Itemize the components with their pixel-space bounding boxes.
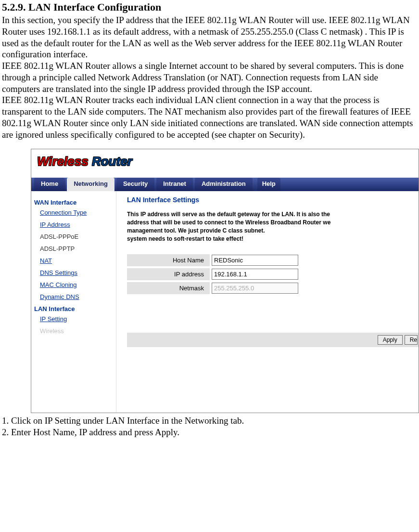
step-1: 1. Click on IP Setting under LAN Interfa… [2, 415, 417, 427]
sidebar-item-nat[interactable]: NAT [40, 257, 116, 264]
input-host-name[interactable] [212, 255, 298, 266]
apply-button[interactable]: Apply [378, 335, 403, 345]
step-2: 2. Enter Host Name, IP address and press… [2, 427, 417, 438]
sidebar-item-adsl-pptp[interactable]: ADSL-PPTP [40, 245, 116, 252]
sidebar-item-dynamic-dns[interactable]: Dynamic DNS [40, 293, 116, 300]
tab-networking[interactable]: Networking [67, 178, 114, 191]
apply-bar: Apply Re [127, 333, 419, 347]
row-ip-address: IP address [127, 268, 419, 280]
tab-help[interactable]: Help [257, 178, 280, 191]
sidebar: WAN Interface Connection Type IP Address… [31, 191, 116, 413]
router-screenshot: Wireless Router Home Networking Security… [31, 149, 419, 413]
reset-button-clipped[interactable]: Re [405, 335, 418, 345]
sidebar-item-dns-settings[interactable]: DNS Settings [40, 269, 116, 276]
panel-description: This IP address will serve as the defaul… [127, 210, 419, 243]
row-host-name: Host Name [127, 254, 419, 266]
label-ip-address: IP address [127, 268, 210, 280]
tab-home[interactable]: Home [34, 178, 65, 191]
logo-bar: Wireless Router [31, 149, 419, 178]
desc-line-1: This IP address will serve as the defaul… [127, 211, 330, 218]
sidebar-item-ip-setting[interactable]: IP Setting [40, 315, 116, 323]
desc-line-2: address that will be used to connect to … [127, 219, 330, 226]
sidebar-item-mac-cloning[interactable]: MAC Cloning [40, 281, 116, 288]
nav-bar: Home Networking Security Intranet Admini… [31, 178, 419, 191]
input-ip-address[interactable] [212, 269, 298, 280]
intro-paragraph-1: In this section, you specify the IP addr… [2, 14, 417, 60]
label-host-name: Host Name [127, 254, 210, 266]
sidebar-item-ip-address[interactable]: IP Address [40, 221, 116, 228]
sidebar-section-lan: LAN Interface [34, 305, 116, 312]
desc-line-3: management tool. We just provide C class… [127, 227, 265, 234]
label-netmask: Netmask [127, 282, 210, 294]
input-netmask [212, 283, 298, 294]
section-heading: 5.2.9. LAN Interface Configuration [2, 1, 417, 13]
sidebar-section-wan: WAN Interface [34, 199, 116, 206]
tab-security[interactable]: Security [116, 178, 154, 191]
row-netmask: Netmask [127, 282, 419, 294]
main-panel: LAN Interface Settings This IP address w… [116, 191, 419, 413]
sidebar-item-adsl-pppoe[interactable]: ADSL-PPPoE [40, 233, 116, 240]
intro-paragraph-2: IEEE 802.11g WLAN Router allows a single… [2, 60, 417, 94]
desc-line-4: system needs to soft-restart to take eff… [127, 235, 243, 242]
panel-title: LAN Interface Settings [127, 196, 419, 204]
sidebar-item-wireless[interactable]: Wireless [40, 327, 116, 335]
logo-word-router: Router [89, 154, 132, 169]
logo-word-wireless: Wireless [37, 154, 89, 169]
sidebar-item-connection-type[interactable]: Connection Type [40, 209, 116, 216]
tab-intranet[interactable]: Intranet [156, 178, 193, 191]
intro-paragraph-3: IEEE 802.11g WLAN Router tracks each ind… [2, 94, 417, 140]
tab-administration[interactable]: Administration [195, 178, 253, 191]
